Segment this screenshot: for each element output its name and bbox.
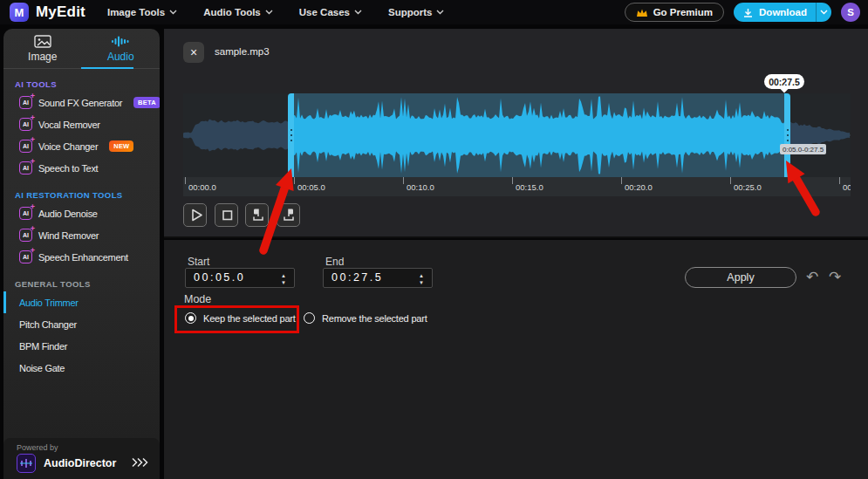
playback-controls <box>183 203 300 227</box>
timeline-label: 00:25.0 <box>734 182 762 192</box>
end-stepper[interactable]: ▲▼ <box>419 269 424 289</box>
audio-waveform-icon <box>111 35 130 48</box>
sidebar-item-noise-gate[interactable]: Noise Gate <box>3 357 160 379</box>
sidebar-item-sound-fx-generator[interactable]: AISound FX GeneratorBETA <box>3 92 160 113</box>
timeline-label: 00:10.0 <box>407 182 434 192</box>
timeline-label: 00:15.0 <box>516 182 543 192</box>
audiodirector-label[interactable]: AudioDirector <box>44 457 116 469</box>
timeline-label: 00:20.0 <box>625 182 653 192</box>
timeline-label: 00:05.0 <box>297 182 325 192</box>
set-end-button[interactable] <box>277 203 300 227</box>
timeline-label: 00:00.0 <box>188 182 216 192</box>
sidebar-item-pitch-changer[interactable]: Pitch Changer <box>3 313 160 335</box>
end-time-input[interactable]: 00:27.5 ▲▼ <box>323 268 433 288</box>
timeline-tick <box>839 177 840 184</box>
app-title[interactable]: MyEdit <box>36 3 85 21</box>
timeline-label: 00:30.0 <box>843 182 851 192</box>
end-time-tooltip: 00:27.5 <box>764 74 804 89</box>
tab-image[interactable]: Image <box>3 29 82 68</box>
main-menu: Image Tools Audio Tools Use Cases Suppor… <box>107 7 445 17</box>
crown-icon <box>636 8 648 17</box>
sidebar-item-bpm-finder[interactable]: BPM Finder <box>3 335 160 357</box>
download-button-group: Download <box>734 3 831 22</box>
sidebar-item-vocal-remover[interactable]: AIVocal Remover <box>3 113 160 135</box>
download-icon <box>742 7 754 18</box>
ai-tool-icon: AI <box>19 140 32 153</box>
ai-tool-icon: AI <box>19 161 32 174</box>
chevron-down-icon <box>820 10 828 15</box>
sidebar-item-speech-enhancement[interactable]: AISpeech Enhancement <box>3 246 160 268</box>
section-header-ai-restoration-tools: AI RESTORATION TOOLS <box>15 190 160 200</box>
timeline-tick <box>185 177 186 184</box>
set-start-button[interactable] <box>245 203 269 227</box>
timeline-tick <box>621 177 622 184</box>
sidebar-footer: Powered by AudioDirector <box>3 438 160 479</box>
audiodirector-logo <box>17 454 36 473</box>
powered-by-label: Powered by <box>17 443 58 452</box>
ai-tool-icon: AI <box>19 207 32 220</box>
selection-start-handle[interactable] <box>288 93 294 177</box>
radio-remove[interactable] <box>304 312 315 324</box>
chevron-down-icon <box>354 10 362 15</box>
expand-arrows-icon[interactable] <box>132 455 149 471</box>
menu-image-tools[interactable]: Image Tools <box>107 7 177 17</box>
apply-button[interactable]: Apply <box>685 267 796 288</box>
mode-remove-option[interactable]: Remove the selected part <box>304 312 427 324</box>
timeline-ruler[interactable]: 00:00.000:05.000:10.000:15.000:20.000:25… <box>183 177 851 196</box>
sidebar-item-audio-denoise[interactable]: AIAudio Denoise <box>3 202 160 224</box>
myedit-logo-icon[interactable]: M <box>10 3 29 22</box>
stop-button[interactable] <box>215 203 238 227</box>
selection-end-handle[interactable] <box>784 93 790 177</box>
main-panel: × sample.mp3 00:27.5 00:00.000:05.000:10… <box>164 29 868 479</box>
timeline-tick <box>294 177 295 184</box>
timeline-tick <box>403 177 404 184</box>
play-button[interactable] <box>183 203 207 227</box>
top-bar: M MyEdit Image Tools Audio Tools Use Cas… <box>0 0 868 24</box>
image-icon <box>34 35 51 48</box>
sidebar-item-wind-remover[interactable]: AIWind Remover <box>3 224 160 246</box>
start-label: Start <box>188 256 209 268</box>
sidebar-item-voice-changer[interactable]: AIVoice ChangerNEW <box>3 135 160 157</box>
highlight-annotation-box <box>174 305 299 333</box>
active-tab-indicator <box>81 67 133 69</box>
tab-audio[interactable]: Audio <box>82 29 161 68</box>
chevron-down-icon <box>169 10 177 15</box>
waveform-panel: 00:00.000:05.000:10.000:15.000:20.000:25… <box>183 93 851 196</box>
ai-tool-icon: AI <box>19 250 32 263</box>
section-header-ai-tools: AI TOOLS <box>15 79 160 89</box>
end-label: End <box>325 256 344 268</box>
menu-audio-tools[interactable]: Audio Tools <box>203 7 273 17</box>
start-time-input[interactable]: 00:05.0 ▲▼ <box>185 268 295 288</box>
ai-tool-icon: AI <box>19 118 32 131</box>
sidebar-item-speech-to-text[interactable]: AISpeech to Text <box>3 157 160 179</box>
ai-tool-icon: AI <box>19 96 32 109</box>
chevron-down-icon <box>436 10 444 15</box>
undo-icon[interactable]: ↶ <box>806 268 818 286</box>
redo-icon[interactable]: ↷ <box>829 268 841 286</box>
timeline-tick <box>730 177 731 184</box>
download-options-button[interactable] <box>817 3 831 22</box>
chevron-down-icon <box>265 10 273 15</box>
close-file-button[interactable]: × <box>183 42 204 63</box>
go-premium-button[interactable]: Go Premium <box>625 3 724 22</box>
new-badge: NEW <box>109 140 133 152</box>
timeline-tick <box>512 177 513 184</box>
download-button[interactable]: Download <box>734 3 816 22</box>
menu-supports[interactable]: Supports <box>388 7 444 17</box>
menu-use-cases[interactable]: Use Cases <box>299 7 362 17</box>
ai-tool-icon: AI <box>19 229 32 242</box>
start-stepper[interactable]: ▲▼ <box>281 269 286 289</box>
sidebar: Image Audio AI TOOLSAISound FX Generator… <box>3 29 160 479</box>
sidebar-item-audio-trimmer[interactable]: Audio Trimmer <box>3 291 160 313</box>
avatar[interactable]: S <box>841 3 860 22</box>
beta-badge: BETA <box>133 97 160 108</box>
mode-label: Mode <box>184 293 211 305</box>
selection-range-tag: 0:05.0-0:27.5 <box>780 144 826 154</box>
file-name: sample.mp3 <box>215 46 270 57</box>
waveform-display[interactable] <box>183 93 851 177</box>
section-header-general-tools: GENERAL TOOLS <box>15 279 160 289</box>
